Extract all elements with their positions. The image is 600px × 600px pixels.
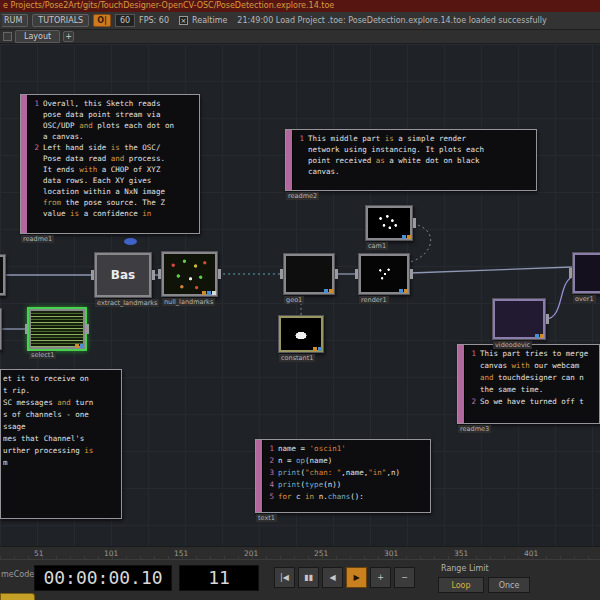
transport-bar: meCode 00:00:00.10 11 |◀▮▮◀▶+− Range Lim… (0, 559, 600, 600)
line-text: canvas. (308, 166, 340, 177)
line-text: m (3, 457, 8, 469)
output-connector[interactable] (86, 324, 89, 334)
line-text: This part tries to merge (480, 348, 588, 360)
text-line: 4print(type(n)) (266, 479, 428, 491)
line-text: t rip. (3, 385, 30, 397)
node-flags[interactable] (202, 291, 216, 295)
line-text: SC messages and turn (3, 397, 93, 409)
transport-button[interactable]: ▶ (346, 567, 367, 588)
output-connector[interactable] (218, 269, 221, 279)
node-select1[interactable]: select1 (27, 307, 87, 351)
node-flags[interactable] (402, 235, 411, 239)
node-geo1[interactable]: geo1 (283, 253, 335, 295)
text-line: from the pose source. The Z (31, 197, 197, 208)
transport-button[interactable]: ▮▮ (298, 567, 319, 588)
line-number (31, 208, 39, 219)
realtime-checkbox[interactable]: × (179, 16, 188, 25)
text-line: 1Overall, this Sketch reads (31, 98, 197, 109)
node-edge-sliver-top[interactable] (0, 254, 6, 296)
text-line: 1This middle part is a simple render (296, 133, 534, 144)
code-node-text1[interactable]: 1name = 'oscin1'2n = op(name)3print("cha… (255, 439, 431, 513)
transport-button[interactable]: − (394, 567, 415, 588)
transport-button[interactable]: + (370, 567, 391, 588)
input-connector[interactable] (91, 270, 94, 280)
transport-button[interactable]: |◀ (274, 567, 295, 588)
line-text: a canvas. (43, 131, 84, 142)
line-number (468, 360, 476, 372)
node-cam1[interactable]: cam1 (365, 205, 413, 241)
node-render1[interactable]: render1 (358, 253, 410, 295)
output-connector[interactable] (335, 269, 338, 279)
wire-render-to-over (410, 267, 572, 273)
network-editor[interactable]: 1Overall, this Sketch readspose data poi… (0, 44, 600, 546)
comment-node-readme2[interactable]: 1This middle part is a simple rendernetw… (285, 129, 537, 191)
frame-counter-display[interactable]: 11 (179, 565, 259, 591)
comment-node-osc-note[interactable]: et it to receive ont rip.SC messages and… (0, 369, 122, 519)
node-name-tag: constant1 (279, 354, 315, 362)
io-toggle-button[interactable]: O| (93, 14, 111, 27)
line-text: the same time. (480, 384, 543, 396)
comment-node-readme1[interactable]: 1Overall, this Sketch readspose data poi… (20, 94, 200, 234)
timecode-mode-label[interactable]: meCode (1, 570, 34, 579)
output-connector[interactable] (410, 269, 413, 279)
ruler-tick-label: 351 (454, 549, 468, 558)
input-connector[interactable] (280, 269, 283, 279)
tab-label: Layout (24, 32, 51, 41)
node-edge-sliver-bottom[interactable] (0, 308, 2, 350)
line-number (296, 155, 304, 166)
node-null-landmarks[interactable]: null_landmarks (161, 251, 218, 297)
node-videodevicein[interactable]: videodevic (492, 298, 546, 340)
line-text: canvas with our webcam (480, 360, 579, 372)
timecode-display[interactable]: 00:00:00.10 (34, 565, 172, 591)
node-extract-landmarks-base[interactable]: Bas extract_landmarks (94, 252, 152, 298)
node-over1[interactable]: over1 (572, 252, 600, 294)
line-text: Overall, this Sketch reads (43, 98, 160, 109)
output-connector[interactable] (413, 218, 416, 228)
fps-value-box[interactable]: 60 (115, 14, 135, 27)
once-button[interactable]: Once (488, 577, 530, 593)
text-line: mes that Channel's (3, 433, 119, 445)
transport-button[interactable]: ◀ (322, 567, 343, 588)
node-flags[interactable] (535, 334, 544, 338)
layout-grid-icon[interactable] (3, 32, 12, 41)
output-connector[interactable] (546, 314, 549, 324)
line-number (468, 384, 476, 396)
tab-layout[interactable]: Layout (15, 30, 60, 43)
transport-button-icon: + (377, 573, 384, 582)
transport-button-icon: |◀ (280, 573, 289, 582)
line-text: ssage (3, 421, 26, 433)
partial-yellow-button[interactable] (0, 593, 35, 600)
text-line: 1This part tries to merge (468, 348, 597, 360)
timeline-ruler[interactable]: 51101151201251301351401 (0, 546, 600, 559)
add-tab-button[interactable]: + (63, 31, 74, 42)
node-name-tag: null_landmarks (162, 298, 215, 306)
input-connector[interactable] (569, 268, 572, 278)
node-flags[interactable] (313, 347, 322, 351)
forum-button[interactable]: RUM (2, 14, 28, 27)
node-flags[interactable] (399, 289, 408, 293)
node-constant1[interactable]: constant1 (278, 315, 324, 353)
window-titlebar[interactable]: e Projects/Pose2Art/gits/TouchDesigner-O… (0, 0, 600, 12)
line-number (31, 120, 39, 131)
input-connector[interactable] (25, 324, 28, 334)
line-text: s of channels - one (3, 409, 89, 421)
node-flags[interactable] (75, 344, 84, 348)
text-line: and touchdesigner can n (468, 372, 597, 384)
node-flags[interactable] (324, 289, 333, 293)
output-connector[interactable] (152, 270, 155, 280)
line-number: 1 (266, 443, 274, 455)
network-flag-marker[interactable] (124, 238, 137, 245)
loop-button[interactable]: Loop (438, 577, 484, 593)
line-text: mes that Channel's (3, 433, 84, 445)
text-line: 3print("chan: ",name,"in",n) (266, 467, 428, 479)
comment-node-readme3[interactable]: 1This part tries to mergecanvas with our… (457, 344, 600, 424)
text-line: location within a NxN image (31, 186, 197, 197)
window-title: e Projects/Pose2Art/gits/TouchDesigner-O… (3, 1, 334, 10)
line-number: 1 (468, 348, 476, 360)
line-number: 2 (266, 455, 274, 467)
tutorials-button[interactable]: TUTORIALS (32, 14, 89, 27)
line-text: network using instancing. It plots each (308, 144, 484, 155)
input-connector[interactable] (158, 269, 161, 279)
line-number (31, 109, 39, 120)
input-connector[interactable] (355, 269, 358, 279)
